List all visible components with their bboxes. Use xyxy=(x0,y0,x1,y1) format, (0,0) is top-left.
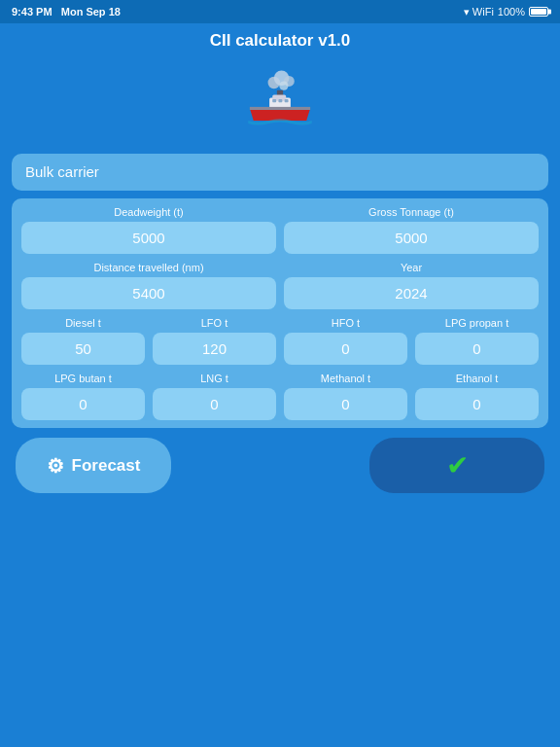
field-hfo: HFO t xyxy=(284,317,407,365)
field-ethanol: Ethanol t xyxy=(415,373,539,420)
lpg-butan-label: LPG butan t xyxy=(54,373,112,384)
hfo-input[interactable] xyxy=(284,333,407,365)
hfo-label: HFO t xyxy=(332,317,360,329)
buttons-row: ⚙ Forecast ✔ xyxy=(12,438,548,493)
app-header: CII calculator v1.0 xyxy=(0,23,560,58)
field-deadweight: Deadweight (t) xyxy=(21,206,276,254)
wifi-icon: ▾ WiFi xyxy=(464,6,494,18)
row-fuels-2: LPG butan t LNG t Methanol t Ethanol t xyxy=(21,373,539,420)
lng-input[interactable] xyxy=(153,388,276,420)
ethanol-label: Ethanol t xyxy=(456,373,498,384)
field-lpg-butan: LPG butan t xyxy=(21,373,145,420)
lpg-propan-label: LPG propan t xyxy=(445,317,508,329)
lfo-input[interactable] xyxy=(153,333,276,365)
svg-point-3 xyxy=(279,81,288,89)
gross-tonnage-label: Gross Tonnage (t) xyxy=(368,206,454,218)
time-display: 9:43 PM xyxy=(12,6,52,18)
battery-text: 100% xyxy=(498,6,525,18)
field-methanol: Methanol t xyxy=(284,373,407,420)
checkmark-icon: ✔ xyxy=(446,449,469,481)
svg-rect-8 xyxy=(278,99,282,102)
methanol-input[interactable] xyxy=(284,388,407,420)
svg-rect-9 xyxy=(285,99,289,102)
lpg-propan-input[interactable] xyxy=(415,333,539,365)
row-fuels-1: Diesel t LFO t HFO t LPG propan t xyxy=(21,317,539,365)
main-content: Bulk carrier Deadweight (t) Gross Tonnag… xyxy=(0,146,560,501)
battery-icon xyxy=(529,7,548,17)
forecast-label: Forecast xyxy=(72,456,141,476)
field-distance: Distance travelled (nm) xyxy=(21,262,276,309)
year-label: Year xyxy=(401,262,422,273)
confirm-button[interactable]: ✔ xyxy=(369,438,544,493)
forecast-button[interactable]: ⚙ Forecast xyxy=(16,438,171,493)
gross-tonnage-input[interactable] xyxy=(284,222,539,254)
form-section: Deadweight (t) Gross Tonnage (t) Distanc… xyxy=(12,198,548,428)
field-diesel: Diesel t xyxy=(21,317,145,365)
ethanol-input[interactable] xyxy=(415,388,539,420)
diesel-label: Diesel t xyxy=(65,317,101,329)
date-display: Mon Sep 18 xyxy=(61,6,121,18)
ship-type-box[interactable]: Bulk carrier xyxy=(12,154,548,191)
deadweight-label: Deadweight (t) xyxy=(114,206,184,218)
row-distance-year: Distance travelled (nm) Year xyxy=(21,262,539,309)
status-right: ▾ WiFi 100% xyxy=(464,6,548,18)
svg-rect-10 xyxy=(250,107,310,110)
lfo-label: LFO t xyxy=(201,317,228,329)
lpg-butan-input[interactable] xyxy=(21,388,145,420)
field-year: Year xyxy=(284,262,539,309)
status-bar: 9:43 PM Mon Sep 18 ▾ WiFi 100% xyxy=(0,0,560,23)
field-lfo: LFO t xyxy=(153,317,276,365)
methanol-label: Methanol t xyxy=(321,373,370,384)
svg-rect-7 xyxy=(272,99,276,102)
status-time: 9:43 PM Mon Sep 18 xyxy=(12,6,121,18)
field-lng: LNG t xyxy=(153,373,276,420)
ship-type-label: Bulk carrier xyxy=(25,163,99,180)
field-gross-tonnage: Gross Tonnage (t) xyxy=(284,206,539,254)
field-lpg-propan: LPG propan t xyxy=(415,317,539,365)
lng-label: LNG t xyxy=(200,373,228,384)
ship-illustration xyxy=(0,58,560,146)
diesel-input[interactable] xyxy=(21,333,145,365)
ship-svg xyxy=(241,69,319,137)
year-input[interactable] xyxy=(284,277,539,309)
row-deadweight-gross: Deadweight (t) Gross Tonnage (t) xyxy=(21,206,539,254)
distance-input[interactable] xyxy=(21,277,276,309)
app-title: CII calculator v1.0 xyxy=(210,31,351,50)
deadweight-input[interactable] xyxy=(21,222,276,254)
gear-icon: ⚙ xyxy=(47,454,64,478)
distance-label: Distance travelled (nm) xyxy=(93,262,203,273)
